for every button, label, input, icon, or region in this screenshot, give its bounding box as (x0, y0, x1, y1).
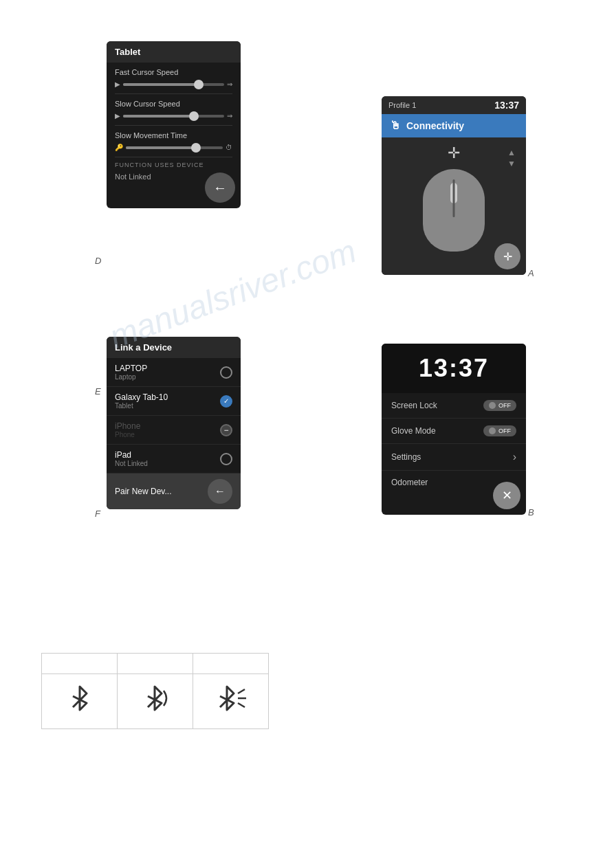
check-icon: ✓ (223, 397, 229, 405)
bluetooth-star-icon (212, 681, 250, 715)
screen-lock-off-label: OFF (498, 402, 511, 409)
screen-lock-toggle[interactable]: OFF (483, 400, 516, 411)
slow-cursor-title: Slow Cursor Speed (115, 100, 232, 108)
panel-b-settings: 13:37 Screen Lock OFF Glove Mode OFF Set… (382, 344, 526, 515)
back-button-d[interactable]: ← (205, 173, 235, 203)
move-crosshair-icon: ✛ (448, 144, 460, 162)
device-info-iphone: iPhone Phone (115, 421, 140, 438)
connectivity-body: ✛ ▲ ▼ ✛ (382, 137, 526, 275)
table-header-2 (118, 654, 193, 674)
toggle-dot-glove-mode (489, 427, 496, 434)
fast-cursor-track[interactable] (123, 83, 224, 86)
fast-cursor-title: Fast Cursor Speed (115, 68, 232, 76)
chevron-right-icon: › (513, 451, 516, 463)
connectivity-header: 🖱 Connectivity (382, 114, 526, 137)
device-item-iphone: iPhone Phone − (107, 416, 241, 445)
device-type-ipad: Not Linked (115, 460, 148, 467)
screen-lock-row: Screen Lock OFF (382, 393, 526, 419)
crosshair-badge-icon: ✛ (503, 250, 512, 263)
back-arrow-icon: ← (213, 180, 227, 196)
svg-line-2 (238, 703, 245, 707)
bluetooth-star-cell (193, 674, 269, 729)
panel-a-topbar: Profile 1 13:37 (382, 96, 526, 114)
slow-movement-title: Slow Movement Time (115, 131, 232, 140)
cursor-small-icon2: ▶ (115, 112, 120, 120)
device-type-galaxy: Tablet (115, 402, 168, 410)
device-name-galaxy: Galaxy Tab-10 (115, 392, 168, 402)
toggle-dot-screen-lock (489, 402, 496, 409)
panel-e-link-device: Link a Device LAPTOP Laptop Galaxy Tab-1… (107, 337, 241, 509)
device-item-ipad[interactable]: iPad Not Linked (107, 445, 241, 474)
scroll-up-icon: ▲ (507, 148, 516, 157)
pair-new-device-row[interactable]: Pair New Dev... ← (107, 474, 241, 509)
pair-back-button[interactable]: ← (208, 479, 232, 504)
slow-cursor-track[interactable] (123, 115, 224, 118)
table-header-3 (193, 654, 269, 674)
slow-movement-slider-row: 🔑 ⏱ (115, 144, 232, 151)
slow-cursor-section: Slow Cursor Speed ▶ ⇒ (107, 94, 241, 125)
cursor-fast-icon: ⇒ (227, 80, 232, 88)
mouse-illustration (423, 169, 485, 252)
pair-new-device-label: Pair New Dev... (115, 487, 171, 496)
slow-movement-track[interactable] (126, 146, 223, 149)
device-radio-iphone: − (220, 424, 232, 436)
bluetooth-wave-icon (136, 681, 174, 715)
label-b: B (528, 507, 534, 518)
scroll-down-icon: ▼ (507, 159, 516, 168)
pair-back-arrow-icon: ← (215, 485, 226, 498)
screen-lock-label: Screen Lock (391, 401, 437, 410)
table-header-row (42, 654, 269, 674)
connectivity-label: Connectivity (406, 120, 464, 131)
label-a: A (528, 268, 534, 278)
settings-row[interactable]: Settings › (382, 444, 526, 471)
device-type-iphone: Phone (115, 431, 140, 438)
function-label: FUNCTION USES DEVICE (107, 157, 241, 170)
label-d: D (95, 256, 101, 266)
profile-label: Profile 1 (388, 101, 416, 109)
glove-mode-toggle[interactable]: OFF (483, 425, 516, 436)
label-f: F (95, 509, 100, 519)
fast-cursor-slider-row: ▶ ⇒ (115, 80, 232, 88)
device-type-laptop: Laptop (115, 373, 147, 381)
device-radio-ipad[interactable] (220, 453, 232, 465)
device-item-laptop[interactable]: LAPTOP Laptop (107, 358, 241, 387)
device-radio-laptop[interactable] (220, 366, 232, 379)
clock-small-icon: 🔑 (115, 144, 123, 151)
device-name-iphone: iPhone (115, 421, 140, 431)
scroll-arrows: ▲ ▼ (507, 148, 516, 168)
panel-d-tablet: Tablet Fast Cursor Speed ▶ ⇒ Slow Cursor… (107, 41, 241, 208)
bluetooth-icons-row (42, 674, 269, 729)
cursor-small-icon: ▶ (115, 80, 120, 88)
bluetooth-table (41, 653, 269, 729)
clock-display: 13:37 (382, 344, 526, 393)
odometer-label: Odometer (391, 478, 428, 487)
panel-a-connectivity: Profile 1 13:37 🖱 Connectivity ✛ ▲ ▼ ✛ (382, 96, 526, 275)
connectivity-badge-button[interactable]: ✛ (494, 243, 520, 269)
device-name-laptop: LAPTOP (115, 364, 147, 373)
minus-icon: − (223, 425, 228, 435)
mouse-divider-line (453, 179, 455, 217)
bluetooth-wave-cell (118, 674, 193, 729)
device-info-laptop: LAPTOP Laptop (115, 364, 147, 381)
glove-mode-off-label: OFF (498, 427, 511, 434)
device-item-galaxy[interactable]: Galaxy Tab-10 Tablet ✓ (107, 387, 241, 416)
device-name-ipad: iPad (115, 450, 148, 460)
bluetooth-basic-cell (42, 674, 118, 729)
table-header-1 (42, 654, 118, 674)
bluetooth-basic-icon (66, 681, 94, 715)
device-info-galaxy: Galaxy Tab-10 Tablet (115, 392, 168, 410)
settings-label: Settings (391, 452, 421, 462)
label-e: E (95, 386, 101, 397)
close-icon: ✕ (502, 488, 512, 503)
glove-mode-row: Glove Mode OFF (382, 419, 526, 444)
panel-e-header: Link a Device (107, 337, 241, 358)
glove-mode-label: Glove Mode (391, 426, 436, 436)
fast-cursor-section: Fast Cursor Speed ▶ ⇒ (107, 63, 241, 93)
close-button-b[interactable]: ✕ (493, 482, 520, 509)
connectivity-icon: 🖱 (390, 120, 401, 132)
cursor-fast-icon2: ⇒ (227, 112, 232, 120)
panel-d-header: Tablet (107, 41, 241, 63)
device-info-ipad: iPad Not Linked (115, 450, 148, 467)
device-radio-galaxy[interactable]: ✓ (220, 395, 232, 408)
slow-cursor-slider-row: ▶ ⇒ (115, 112, 232, 120)
